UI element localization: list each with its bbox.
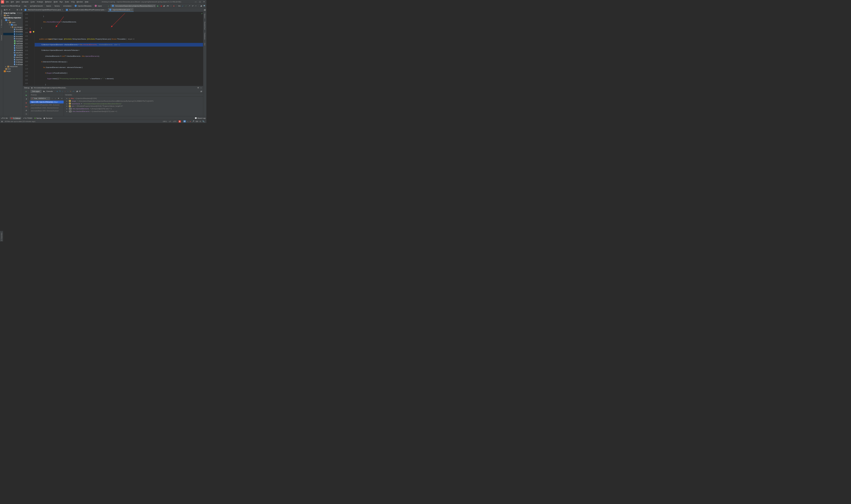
debug-session-name[interactable]: AnnotationDependencyInjectionResolutio..… bbox=[34, 87, 67, 89]
tsitem-eventlog[interactable]: 💬Event Log bbox=[195, 117, 205, 119]
attach-button[interactable]: ⋯ bbox=[169, 5, 172, 7]
crumb-class[interactable]: InjectionMetadata bbox=[77, 5, 92, 7]
layout-icon[interactable]: ▤ bbox=[200, 90, 202, 92]
project-target-icon[interactable]: ⊕ bbox=[17, 8, 18, 11]
menu-refactor[interactable]: Refactor bbox=[44, 1, 53, 3]
tab-autowiredprocessor[interactable]: AutowiredAnnotationBeanPostProcessor.jav… bbox=[65, 8, 108, 12]
frames-list[interactable]: inject:108, InjectionMetadata (org.s pos… bbox=[30, 101, 64, 116]
crumb-factory[interactable]: factory bbox=[54, 5, 60, 7]
menu-vcs[interactable]: VCS bbox=[70, 1, 76, 3]
debug-hide-icon[interactable]: — bbox=[200, 87, 202, 89]
crumb-annotation[interactable]: annotation bbox=[63, 5, 72, 7]
crumb-org[interactable]: org bbox=[24, 5, 27, 7]
toolwindow-structure[interactable]: 7: Structure bbox=[1, 19, 2, 29]
tray-keyboard-icon[interactable]: ⌨ bbox=[196, 120, 198, 122]
resume-icon[interactable]: ▶ bbox=[25, 94, 28, 96]
menu-tools[interactable]: Tools bbox=[64, 1, 70, 3]
menu-code[interactable]: Code bbox=[30, 1, 36, 3]
tsitem-spring[interactable]: ❀Spring bbox=[34, 117, 41, 119]
menu-analyze[interactable]: Analyze bbox=[36, 1, 44, 3]
project-collapse-icon[interactable]: ÷ bbox=[19, 8, 20, 11]
step-over-icon[interactable]: ↷ bbox=[59, 90, 61, 92]
stop-button[interactable]: ■ bbox=[173, 5, 175, 7]
git-rollback-icon[interactable]: ⤺ bbox=[195, 5, 197, 7]
debug-button[interactable]: 🐞 bbox=[160, 5, 162, 7]
toolwindow-restful[interactable]: RestfulTool bbox=[204, 21, 206, 30]
project-tree[interactable]: king-in-spring D:\wor dea lependency-inj… bbox=[3, 12, 23, 116]
frame-down-icon[interactable]: ↓ bbox=[54, 97, 56, 100]
step-out-icon[interactable]: ↑ bbox=[67, 90, 69, 92]
gutter-icons[interactable]: ⭳ 💡 bbox=[29, 12, 35, 86]
tsitem-terminal[interactable]: ▣Terminal bbox=[43, 117, 52, 119]
frame-add-icon[interactable]: ＋ bbox=[60, 97, 63, 100]
rerun-icon[interactable]: ⟳ bbox=[25, 90, 28, 93]
tab-console[interactable]: ▶_Console bbox=[42, 90, 54, 93]
tsitem-todo[interactable]: ✔6: TODO bbox=[23, 117, 32, 119]
ime-indicator-icon[interactable]: S bbox=[179, 120, 181, 123]
frame-up-icon[interactable]: ↑ bbox=[51, 97, 53, 100]
build-arrow-icon[interactable]: ↙ bbox=[107, 5, 110, 7]
ide-updates-icon[interactable]: ▣ bbox=[200, 5, 202, 7]
menu-view[interactable]: View bbox=[15, 1, 21, 3]
tab-debugger[interactable]: Debugger bbox=[31, 90, 41, 93]
crumb-jar[interactable]: eans-5.2.2.RELEASE.jar bbox=[1, 5, 21, 7]
tsitem-debug[interactable]: 🐞5: Debug bbox=[10, 117, 21, 119]
thread-selector[interactable]: ✔"mai...NNING▾ bbox=[31, 97, 50, 100]
show-exec-point-icon[interactable]: ≡ bbox=[56, 90, 58, 92]
menu-navigate[interactable]: Navigate bbox=[21, 1, 30, 3]
trace-icon[interactable]: ☰ bbox=[78, 90, 81, 92]
tab-abstractautowire[interactable]: AbstractAutowireCapableBeanFactory.java× bbox=[23, 8, 65, 12]
force-step-into-icon[interactable]: ↓ bbox=[64, 90, 66, 92]
project-settings-icon[interactable]: ⚙ bbox=[21, 8, 22, 11]
frame-row[interactable]: inject:108, InjectionMetadata (org.s bbox=[30, 101, 64, 103]
toolwindow-maven[interactable]: Maven bbox=[204, 13, 206, 19]
run-button[interactable]: ▶ bbox=[157, 5, 159, 7]
profile-button[interactable]: ◔▾ bbox=[166, 5, 169, 7]
close-tab-icon[interactable]: × bbox=[62, 9, 62, 11]
more-icon[interactable]: ≫ bbox=[25, 113, 27, 115]
git-history-icon[interactable]: ↺ bbox=[192, 5, 194, 7]
code-editor[interactable]: 1031041051061071081091101111121131141151… bbox=[23, 12, 203, 86]
menu-run[interactable]: Run bbox=[58, 1, 64, 3]
close-tab-icon[interactable]: × bbox=[105, 9, 106, 11]
pause-icon[interactable]: ⏸ bbox=[25, 98, 28, 100]
tray-tool-icon[interactable]: 🔧 bbox=[202, 120, 204, 122]
toolwindow-commit[interactable]: Commit bbox=[1, 35, 2, 41]
coverage-button[interactable]: ◧ bbox=[163, 5, 165, 7]
crumb-sfw[interactable]: springframework bbox=[30, 5, 43, 7]
crumb-beans[interactable]: beans bbox=[46, 5, 51, 7]
status-line-sep[interactable]: LF bbox=[169, 120, 171, 122]
toolwindow-database[interactable]: Database bbox=[204, 32, 206, 40]
inspections-ok-icon[interactable]: ✔ bbox=[201, 13, 203, 15]
stop-icon[interactable]: ■ bbox=[25, 102, 28, 104]
status-encoding[interactable]: UTF bbox=[173, 120, 176, 122]
close-button[interactable]: ✕ bbox=[203, 1, 205, 3]
frame-row[interactable]: doCreateBean:594, AbstractAutowir bbox=[30, 109, 64, 112]
menu-window[interactable]: Window bbox=[76, 1, 84, 3]
menu-build[interactable]: Build bbox=[53, 1, 58, 3]
override-down-icon[interactable]: ⭳ bbox=[29, 28, 31, 30]
maximize-button[interactable]: ▢ bbox=[199, 1, 201, 3]
git-commit-icon[interactable]: ✓ bbox=[185, 5, 187, 7]
tab-injectionmetadata[interactable]: InjectionMetadata.java× bbox=[108, 8, 133, 12]
menu-edit[interactable]: Edit bbox=[10, 1, 15, 3]
frame-row[interactable]: populateBean:1422, AbstractAutowi bbox=[30, 106, 64, 109]
status-caret[interactable]: 108:1 bbox=[163, 120, 167, 122]
intention-bulb-icon[interactable]: 💡 bbox=[33, 31, 35, 33]
toolwindow-favorites[interactable]: 2: Favorites bbox=[1, 232, 2, 241]
step-into-icon[interactable]: ↓ bbox=[61, 90, 64, 92]
maven-m-icon[interactable]: m bbox=[204, 9, 206, 11]
breakpoints-icon[interactable]: ●● bbox=[25, 106, 28, 108]
mute-icon[interactable]: ⊘ bbox=[25, 109, 28, 112]
menu-help[interactable]: Help bbox=[84, 1, 90, 3]
breakpoint-icon[interactable] bbox=[29, 31, 31, 33]
tray-mic-icon[interactable]: 🎤 bbox=[192, 120, 194, 122]
variables-tree[interactable]: ▸≡this = {InjectionMetadata@2194} ▸ptarg… bbox=[64, 96, 203, 116]
run-config-dropdown[interactable]: AnnotationDependencyInjectionResolutionD… bbox=[110, 4, 156, 7]
toolwindow-ant[interactable]: Ant bbox=[204, 42, 206, 46]
run-to-cursor-icon[interactable]: →I bbox=[72, 90, 74, 92]
tsitem-git[interactable]: ⎇9: Git bbox=[1, 117, 8, 119]
crumb-method[interactable]: inject bbox=[97, 5, 102, 7]
project-root-label[interactable]: king-in-spring bbox=[4, 12, 15, 14]
frame-filter-icon[interactable]: ▼ bbox=[57, 97, 60, 100]
